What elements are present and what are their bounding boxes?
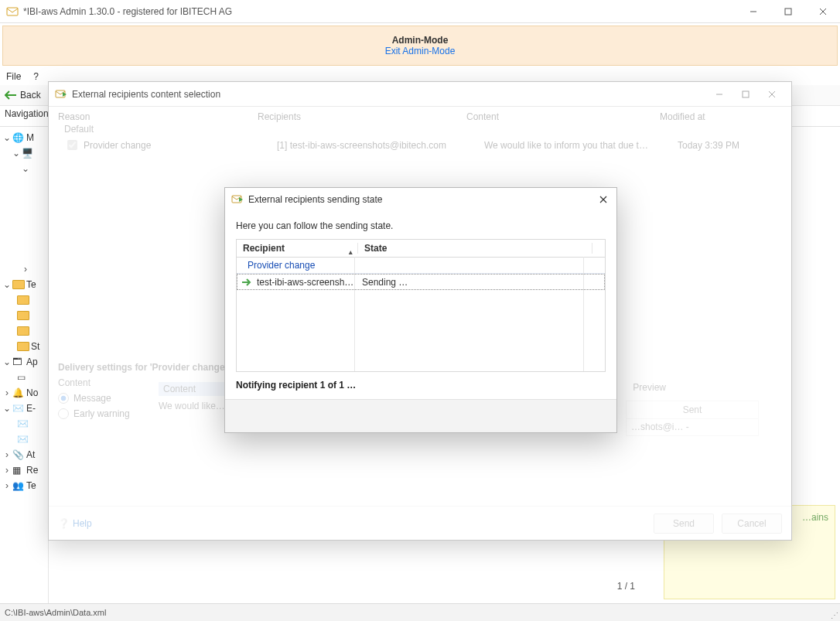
- page-indicator: 1 / 1: [581, 581, 635, 592]
- status-bar: C:\IBI-aws\Admin\Data.xml ⋰: [0, 603, 840, 621]
- attach-icon: 📎: [12, 449, 25, 460]
- window-icon: ▭: [17, 372, 29, 383]
- exit-admin-mode-link[interactable]: Exit Admin-Mode: [385, 46, 456, 56]
- row-recipients: [1] test-ibi-aws-screenshots@ibitech.com: [277, 140, 484, 151]
- sort-asc-icon: ▴: [349, 248, 353, 256]
- mail-icon: ✉️: [17, 434, 29, 445]
- preview-label: Preview: [633, 382, 666, 393]
- tree-item[interactable]: Te: [26, 279, 36, 290]
- bell-icon: 🔔: [12, 387, 25, 398]
- chevron-down-icon[interactable]: ⌄: [3, 279, 11, 290]
- col-state[interactable]: State: [358, 243, 592, 254]
- sending-state-grid[interactable]: Recipient ▴ State Provider change test-i…: [236, 239, 606, 372]
- app-icon: [6, 5, 19, 18]
- sent-table: Sent …shots@i… -: [626, 401, 759, 436]
- chevron-right-icon[interactable]: ›: [3, 449, 11, 460]
- chevron-down-icon[interactable]: ⌄: [3, 132, 11, 143]
- window-title: *IBI-aws Admin 1.30.0 - registered for I…: [23, 6, 736, 17]
- tree-item[interactable]: No: [26, 387, 38, 398]
- back-button[interactable]: Back: [5, 90, 41, 101]
- menu-file[interactable]: File: [6, 71, 21, 82]
- svg-rect-0: [7, 8, 18, 15]
- follow-text: Here you can follow the sending state.: [236, 220, 606, 231]
- window-maximize-button[interactable]: [770, 0, 805, 22]
- cancel-button[interactable]: Cancel: [722, 514, 782, 534]
- main-window-titlebar: *IBI-aws Admin 1.30.0 - registered for I…: [0, 0, 840, 23]
- sending-arrow-icon: [241, 278, 254, 287]
- hint-text: …ains: [802, 512, 828, 523]
- dialog-close-button[interactable]: [759, 83, 785, 105]
- admin-mode-title: Admin-Mode: [392, 35, 449, 46]
- mail-icon: ✉️: [17, 418, 29, 429]
- grid-icon: ▦: [12, 465, 25, 476]
- tree-item[interactable]: St: [31, 341, 39, 352]
- mail-send-icon: [55, 88, 67, 101]
- mail-icon: ✉️: [12, 403, 25, 414]
- chevron-right-icon[interactable]: ›: [3, 480, 11, 491]
- folder-icon: [17, 326, 29, 336]
- folder-icon: [17, 311, 29, 320]
- window-minimize-button[interactable]: [736, 0, 770, 22]
- row-modified: Today 3:39 PM: [678, 140, 739, 151]
- dialog-title: External recipients sending state: [244, 194, 596, 205]
- chevron-right-icon[interactable]: ›: [3, 387, 11, 398]
- resize-grip-icon[interactable]: ⋰: [831, 611, 838, 619]
- chevron-down-icon[interactable]: ⌄: [3, 403, 11, 414]
- monitor-icon: 🖥️: [22, 148, 34, 159]
- chevron-right-icon[interactable]: ›: [22, 264, 29, 275]
- apps-icon: 🗔: [12, 357, 25, 367]
- notify-status: Notifying recipient 1 of 1 …: [225, 372, 616, 391]
- col-content[interactable]: Content: [466, 111, 660, 122]
- sending-state-dialog: External recipients sending state Here y…: [224, 187, 617, 433]
- admin-mode-banner: Admin-Mode Exit Admin-Mode: [2, 26, 838, 66]
- tree-item[interactable]: E-: [26, 403, 36, 414]
- grid-group[interactable]: Provider change: [237, 258, 605, 274]
- col-recipient[interactable]: Recipient ▴: [237, 243, 358, 254]
- dialog-minimize-button[interactable]: [706, 83, 732, 105]
- mail-send-icon: [231, 193, 244, 206]
- tree-item[interactable]: Te: [26, 480, 36, 491]
- navigation-tree[interactable]: ⌄🌐M ⌄🖥️ ⌄ › ⌄Te St ⌄🗔Ap ▭ ›🔔No ⌄✉️E- ✉️ …: [0, 127, 49, 613]
- chevron-right-icon[interactable]: ›: [3, 465, 11, 476]
- menu-help[interactable]: ?: [33, 71, 39, 82]
- help-link[interactable]: ❔ Help: [58, 518, 92, 529]
- sent-header: Sent: [627, 401, 758, 419]
- col-recipients[interactable]: Recipients: [258, 111, 466, 122]
- chevron-down-icon[interactable]: ⌄: [12, 148, 20, 159]
- content-tag: Content: [159, 382, 230, 396]
- grid-row[interactable]: test-ibi-aws-screensh… Sending …: [237, 274, 605, 290]
- chevron-down-icon[interactable]: ⌄: [22, 163, 29, 174]
- dialog-footer: [225, 399, 616, 432]
- globe-icon: 🌐: [12, 132, 25, 143]
- row-reason: Provider change: [84, 140, 277, 151]
- sent-row: …shots@i… -: [627, 419, 758, 435]
- tree-item[interactable]: Re: [26, 465, 38, 476]
- teams-icon: 👥: [12, 480, 25, 491]
- col-modified[interactable]: Modified at: [660, 111, 705, 122]
- tree-item[interactable]: At: [26, 449, 35, 460]
- window-close-button[interactable]: [805, 0, 840, 22]
- tree-item[interactable]: M: [26, 132, 34, 143]
- row-state: Sending …: [356, 277, 408, 288]
- back-arrow-icon: [5, 90, 17, 100]
- content-preview-text: We would like…: [159, 401, 230, 411]
- send-button[interactable]: Send: [654, 514, 714, 534]
- svg-rect-1: [785, 9, 791, 15]
- folder-icon: [17, 295, 29, 305]
- group-default[interactable]: Default: [49, 124, 791, 136]
- content-row[interactable]: Provider change [1] test-ibi-aws-screens…: [49, 136, 791, 154]
- row-checkbox[interactable]: [67, 140, 77, 150]
- folder-icon: [17, 342, 29, 351]
- col-reason[interactable]: Reason: [58, 111, 258, 122]
- folder-icon: [12, 280, 25, 289]
- back-label: Back: [20, 90, 41, 101]
- dialog-maximize-button[interactable]: [732, 83, 759, 105]
- grid-header: Recipient ▴ State: [237, 240, 605, 258]
- tree-item[interactable]: Ap: [26, 357, 38, 367]
- dialog-close-button[interactable]: [596, 193, 610, 206]
- svg-rect-3: [743, 91, 749, 97]
- chevron-down-icon[interactable]: ⌄: [3, 357, 11, 367]
- dialog-title: External recipients content selection: [67, 89, 706, 100]
- help-icon: ❔: [58, 518, 70, 529]
- dialog-footer: ❔ Help Send Cancel: [49, 506, 791, 541]
